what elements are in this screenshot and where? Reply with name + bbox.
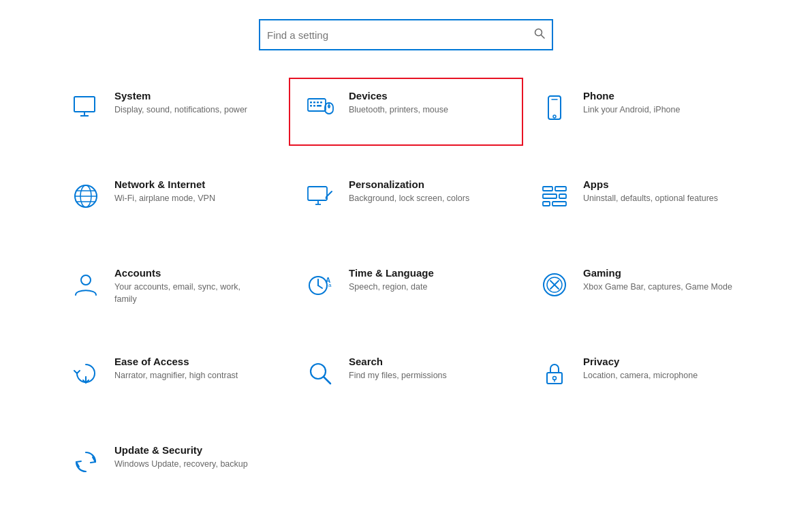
svg-rect-31 <box>543 194 557 198</box>
setting-accounts[interactable]: Accounts Your accounts, email, sync, wor… <box>54 255 289 323</box>
privacy-text: Privacy Location, camera, microphone <box>583 356 698 382</box>
gaming-title: Gaming <box>583 267 732 279</box>
search-input[interactable] <box>267 29 530 41</box>
search-settings-desc: Find my files, permissions <box>349 370 447 382</box>
setting-system[interactable]: System Display, sound, notifications, po… <box>54 78 289 146</box>
svg-rect-29 <box>543 187 552 191</box>
search-settings-icon <box>304 357 337 390</box>
svg-line-38 <box>318 285 322 288</box>
time-text: Time & Language Speech, region, date <box>349 267 434 294</box>
update-icon <box>69 446 102 478</box>
setting-network[interactable]: Network & Internet Wi-Fi, airplane mode,… <box>54 166 289 234</box>
devices-text: Devices Bluetooth, printers, mouse <box>349 90 448 117</box>
privacy-icon <box>538 357 571 390</box>
svg-rect-32 <box>559 194 566 198</box>
update-desc: Windows Update, recovery, backup <box>114 459 248 471</box>
setting-phone[interactable]: Phone Link your Android, iPhone <box>523 78 758 146</box>
setting-time[interactable]: A a Time & Language Speech, region, date <box>289 255 523 323</box>
svg-rect-2 <box>74 97 95 112</box>
gaming-icon <box>538 268 571 301</box>
network-desc: Wi-Fi, airplane mode, VPN <box>114 193 215 205</box>
setting-gaming[interactable]: Gaming Xbox Game Bar, captures, Game Mod… <box>523 255 758 323</box>
svg-rect-12 <box>317 105 322 107</box>
svg-rect-7 <box>313 102 315 104</box>
privacy-desc: Location, camera, microphone <box>583 370 698 382</box>
setting-ease[interactable]: Ease of Access Narrator, magnifier, high… <box>54 343 289 412</box>
phone-text: Phone Link your Android, iPhone <box>583 90 680 117</box>
svg-line-1 <box>542 35 545 39</box>
system-title: System <box>114 90 247 102</box>
svg-text:a: a <box>328 282 332 288</box>
apps-icon <box>538 180 571 213</box>
system-text: System Display, sound, notifications, po… <box>114 90 247 117</box>
search-settings-text: Search Find my files, permissions <box>349 356 447 382</box>
setting-search[interactable]: Search Find my files, permissions <box>289 343 523 412</box>
search-settings-title: Search <box>349 356 447 367</box>
devices-icon <box>304 91 337 124</box>
settings-page: System Display, sound, notifications, po… <box>0 0 812 511</box>
setting-privacy[interactable]: Privacy Location, camera, microphone <box>523 343 758 412</box>
phone-desc: Link your Android, iPhone <box>583 104 680 117</box>
monitor-icon <box>69 91 102 124</box>
setting-apps[interactable]: Apps Uninstall, defaults, optional featu… <box>523 166 758 234</box>
svg-line-47 <box>324 377 330 384</box>
phone-icon <box>538 91 571 124</box>
personalization-text: Personalization Background, lock screen,… <box>349 179 469 205</box>
time-title: Time & Language <box>349 267 434 279</box>
svg-rect-34 <box>552 202 566 206</box>
svg-rect-8 <box>317 102 319 104</box>
network-title: Network & Internet <box>114 179 215 190</box>
ease-icon <box>69 357 102 390</box>
network-icon <box>69 180 102 213</box>
svg-rect-33 <box>543 202 550 206</box>
gaming-desc: Xbox Game Bar, captures, Game Mode <box>583 281 732 294</box>
phone-title: Phone <box>583 90 680 102</box>
svg-rect-11 <box>313 105 315 107</box>
settings-grid: System Display, sound, notifications, po… <box>54 78 758 500</box>
setting-personalization[interactable]: Personalization Background, lock screen,… <box>289 166 523 234</box>
svg-rect-30 <box>555 187 566 191</box>
privacy-title: Privacy <box>583 356 698 367</box>
search-icon <box>534 28 545 42</box>
accounts-icon <box>69 268 102 301</box>
ease-text: Ease of Access Narrator, magnifier, high… <box>114 356 238 382</box>
setting-update[interactable]: Update & Security Windows Update, recove… <box>54 432 289 500</box>
svg-rect-9 <box>320 102 322 104</box>
devices-title: Devices <box>349 90 448 102</box>
apps-text: Apps Uninstall, defaults, optional featu… <box>583 179 718 205</box>
network-text: Network & Internet Wi-Fi, airplane mode,… <box>114 179 215 205</box>
time-desc: Speech, region, date <box>349 281 434 294</box>
svg-point-35 <box>81 275 91 285</box>
svg-rect-6 <box>310 102 312 104</box>
svg-point-17 <box>553 115 556 118</box>
apps-title: Apps <box>583 179 718 190</box>
gaming-text: Gaming Xbox Game Bar, captures, Game Mod… <box>583 267 732 294</box>
ease-title: Ease of Access <box>114 356 238 367</box>
search-bar <box>259 19 553 50</box>
setting-devices[interactable]: Devices Bluetooth, printers, mouse <box>289 78 523 146</box>
svg-rect-24 <box>308 187 327 200</box>
update-text: Update & Security Windows Update, recove… <box>114 444 248 471</box>
svg-rect-10 <box>310 105 312 107</box>
devices-desc: Bluetooth, printers, mouse <box>349 104 448 117</box>
update-title: Update & Security <box>114 444 248 456</box>
personalization-title: Personalization <box>349 179 469 190</box>
personalization-icon <box>304 180 337 213</box>
ease-desc: Narrator, magnifier, high contrast <box>114 370 238 382</box>
accounts-text: Accounts Your accounts, email, sync, wor… <box>114 267 264 305</box>
accounts-desc: Your accounts, email, sync, work, family <box>114 281 264 305</box>
time-icon: A a <box>304 268 337 301</box>
accounts-title: Accounts <box>114 267 264 279</box>
search-container <box>259 19 553 50</box>
apps-desc: Uninstall, defaults, optional features <box>583 193 718 205</box>
personalization-desc: Background, lock screen, colors <box>349 193 469 205</box>
system-desc: Display, sound, notifications, power <box>114 104 247 117</box>
